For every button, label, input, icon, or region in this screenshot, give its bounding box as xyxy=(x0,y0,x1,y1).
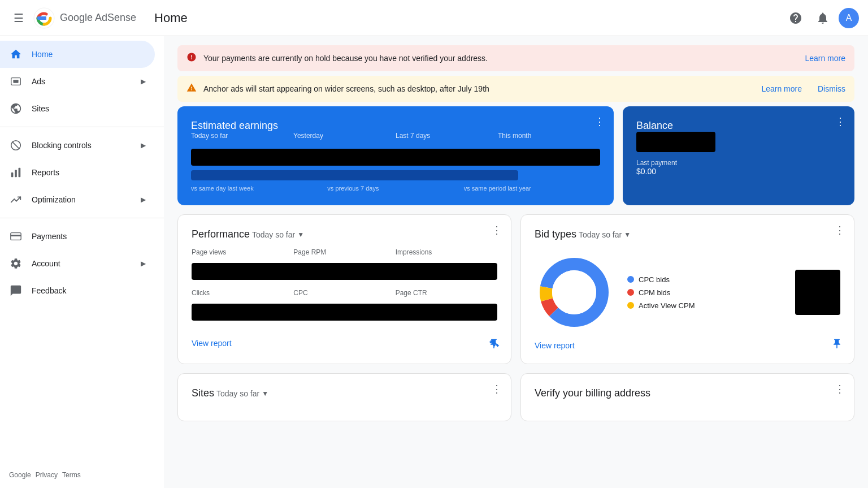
sidebar-item-sites[interactable]: Sites xyxy=(0,95,155,122)
performance-stats-2: Clicks CPC Page CTR xyxy=(192,289,497,299)
card-performance: Performance ⋮ Today so far ▼ Page views … xyxy=(177,214,511,364)
stat-page-rpm: Page RPM xyxy=(293,248,395,258)
earnings-col-today: Today so far xyxy=(191,132,293,144)
sidebar-item-home[interactable]: Home xyxy=(0,41,155,68)
legend-cpc: CPC bids xyxy=(627,275,695,284)
stat-label-impressions: Impressions xyxy=(396,248,497,256)
privacy-link[interactable]: Privacy xyxy=(36,471,58,479)
account-icon xyxy=(9,257,23,270)
main-content: Your payments are currently on hold beca… xyxy=(164,36,868,488)
terms-link[interactable]: Terms xyxy=(62,471,81,479)
earnings-label-7days: Last 7 days xyxy=(396,132,498,140)
legend-cpc-label: CPC bids xyxy=(639,275,670,284)
alert-dismiss-button[interactable]: Dismiss xyxy=(818,84,845,93)
chevron-down-icon: ▼ xyxy=(297,231,304,239)
sites-period-selector[interactable]: Today so far ▼ xyxy=(216,389,268,398)
stat-clicks: Clicks xyxy=(192,289,293,299)
verify-billing-title: Verify your billing address xyxy=(535,387,650,399)
menu-icon[interactable]: ☰ xyxy=(9,7,28,29)
earnings-label-today: Today so far xyxy=(191,132,293,140)
sidebar-label-ads: Ads xyxy=(32,77,45,86)
sidebar-item-account[interactable]: Account ▶ xyxy=(0,250,155,277)
home-icon xyxy=(9,47,23,61)
earnings-columns: Today so far Yesterday Last 7 days This … xyxy=(191,132,600,144)
sidebar-label-blocking: Blocking controls xyxy=(32,141,92,150)
feedback-icon xyxy=(9,284,23,297)
bid-types-pin-icon xyxy=(831,338,843,352)
legend: CPC bids CPM bids Active View CPM xyxy=(627,275,695,310)
sidebar-item-feedback[interactable]: Feedback xyxy=(0,277,155,304)
row-performance: Performance ⋮ Today so far ▼ Page views … xyxy=(177,214,854,364)
alert-error: Your payments are currently on hold beca… xyxy=(177,45,854,71)
stat-page-views: Page views xyxy=(192,248,293,258)
compare-label-month: vs same period last year xyxy=(464,185,600,192)
alert-warning-link[interactable]: Learn more xyxy=(761,84,802,93)
alert-error-link[interactable]: Learn more xyxy=(805,54,845,63)
sidebar-item-reports[interactable]: Reports xyxy=(0,159,155,186)
chevron-icon-3: ▶ xyxy=(141,196,146,204)
legend-cpm: CPM bids xyxy=(627,288,695,297)
performance-period-selector[interactable]: Today so far ▼ xyxy=(252,230,304,239)
chevron-icon-4: ▶ xyxy=(141,260,146,267)
earnings-col-7days: Last 7 days xyxy=(396,132,498,144)
sidebar-divider-1 xyxy=(0,127,164,127)
sidebar-footer: Google Privacy Terms xyxy=(0,462,164,488)
pin-icon xyxy=(488,338,500,352)
svg-rect-5 xyxy=(13,80,18,83)
avatar[interactable]: A xyxy=(839,8,859,28)
topbar: ☰ Google AdSense Home A xyxy=(0,0,868,36)
sidebar-item-optimization[interactable]: Optimization ▶ xyxy=(0,186,155,213)
alert-warning-text: Anchor ads will start appearing on wider… xyxy=(203,84,754,93)
sidebar-item-ads[interactable]: Ads ▶ xyxy=(0,68,155,95)
payments-icon xyxy=(9,230,23,243)
verify-billing-menu-button[interactable]: ⋮ xyxy=(835,383,845,395)
bid-types-period-selector[interactable]: Today so far ▼ xyxy=(579,230,631,239)
notifications-button[interactable] xyxy=(811,7,834,29)
card-balance: Balance ⋮ Last payment $0.00 xyxy=(623,106,854,205)
cpc-dot xyxy=(627,276,634,283)
performance-menu-button[interactable]: ⋮ xyxy=(492,224,502,236)
row-earnings: Estimated earnings ⋮ Today so far Yester… xyxy=(177,106,854,205)
sidebar: Home Ads ▶ Sites Blocking controls ▶ xyxy=(0,36,164,488)
bid-types-view-report-link[interactable]: View report xyxy=(535,341,575,350)
legend-active-view-label: Active View CPM xyxy=(639,301,695,310)
balance-value-bar xyxy=(636,132,715,152)
reports-icon xyxy=(9,166,23,179)
bid-types-period: Today so far xyxy=(579,230,622,239)
legend-active-view: Active View CPM xyxy=(627,301,695,310)
alert-error-text: Your payments are currently on hold beca… xyxy=(203,54,798,63)
compare-label-today: vs same day last week xyxy=(191,185,327,192)
stat-impressions: Impressions xyxy=(396,248,497,258)
performance-period: Today so far xyxy=(252,230,295,239)
svg-rect-12 xyxy=(11,235,21,236)
page-title: Home xyxy=(154,11,188,25)
card-estimated-earnings: Estimated earnings ⋮ Today so far Yester… xyxy=(177,106,614,205)
topbar-actions: A xyxy=(784,7,859,29)
sidebar-item-blocking-controls[interactable]: Blocking controls ▶ xyxy=(0,132,155,159)
logo: Google AdSense xyxy=(33,7,136,29)
svg-point-16 xyxy=(552,270,596,314)
earnings-col-month: This month xyxy=(498,132,600,144)
cpm-dot xyxy=(627,289,634,296)
card-sites: Sites ⋮ Today so far ▼ xyxy=(177,373,511,421)
alert-warning-icon xyxy=(186,83,197,95)
ads-icon xyxy=(9,75,23,88)
bid-types-menu-button[interactable]: ⋮ xyxy=(835,224,845,236)
performance-view-report-link[interactable]: View report xyxy=(192,339,232,348)
stat-cpc: CPC xyxy=(293,289,395,299)
svg-line-7 xyxy=(12,142,20,149)
balance-menu-button[interactable]: ⋮ xyxy=(835,115,845,128)
sidebar-label-optimization: Optimization xyxy=(32,195,76,204)
help-button[interactable] xyxy=(784,7,807,29)
bid-value-bar xyxy=(795,270,840,315)
sidebar-label-payments: Payments xyxy=(32,232,67,241)
sites-menu-button[interactable]: ⋮ xyxy=(492,383,502,395)
compare-label-7days: vs previous 7 days xyxy=(327,185,463,192)
earnings-menu-button[interactable]: ⋮ xyxy=(594,115,605,128)
sidebar-item-payments[interactable]: Payments xyxy=(0,223,155,250)
sidebar-divider-2 xyxy=(0,218,164,218)
earnings-col-yesterday: Yesterday xyxy=(293,132,396,144)
balance-last-payment-amount: $0.00 xyxy=(636,167,841,176)
donut-chart xyxy=(535,253,614,332)
svg-rect-10 xyxy=(19,168,21,178)
